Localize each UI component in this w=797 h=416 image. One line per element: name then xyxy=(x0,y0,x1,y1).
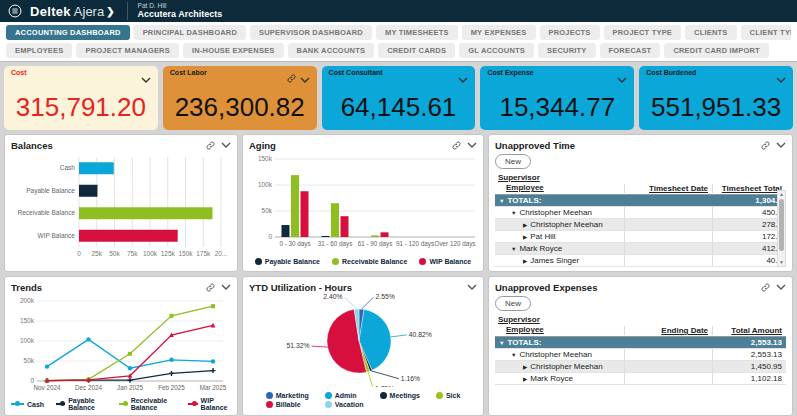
nav-tab-principal-dashboard[interactable]: PRINCIPAL DASHBOARD xyxy=(134,25,246,40)
balances-chart: 025k50k75k100k125k150k175k20...CashPayab… xyxy=(11,151,231,267)
expand-row-icon[interactable]: ▶ xyxy=(523,376,527,382)
expand-row-icon[interactable]: ▶ xyxy=(523,222,527,228)
nav-tab-credit-cards[interactable]: CREDIT CARDS xyxy=(378,43,455,58)
collapse-chevron-icon[interactable] xyxy=(300,69,310,87)
nav-tab-credit-card-import[interactable]: CREDIT CARD IMPORT xyxy=(664,43,769,58)
totals-row[interactable]: ▼TOTALS:2,553.13 xyxy=(495,337,786,349)
collapse-chevron-icon[interactable] xyxy=(221,284,231,290)
column-header-employee[interactable]: Employee xyxy=(498,325,544,334)
link-icon[interactable] xyxy=(206,141,215,150)
nav-tab-gl-accounts[interactable]: GL ACCOUNTS xyxy=(459,43,534,58)
collapse-row-icon[interactable]: ▼ xyxy=(511,246,516,252)
column-header-ending-date[interactable]: Ending Date xyxy=(661,326,708,335)
column-header-supervisor[interactable]: Supervisor xyxy=(498,315,540,324)
collapse-chevron-icon[interactable] xyxy=(467,142,477,148)
column-header-timesheet-date[interactable]: Timesheet Date xyxy=(649,184,708,193)
nav-tab-clients[interactable]: CLIENTS xyxy=(685,25,736,40)
nav-tab-bank-accounts[interactable]: BANK ACCOUNTS xyxy=(288,43,375,58)
collapse-chevron-icon[interactable] xyxy=(467,284,477,290)
user-context[interactable]: Pat D. Hill Accutera Architects xyxy=(127,2,223,19)
collapse-chevron-icon[interactable] xyxy=(776,284,786,290)
kpi-card-cost-expense[interactable]: Cost Expense15,344.77 xyxy=(480,66,634,130)
legend-item-wip-balance[interactable]: WIP Balance xyxy=(188,397,231,411)
link-icon[interactable] xyxy=(206,283,215,292)
legend-item-meetings[interactable]: Meetings xyxy=(380,392,420,399)
kpi-card-cost-labor[interactable]: Cost Labor236,300.82 xyxy=(163,66,317,130)
collapse-row-icon[interactable]: ▼ xyxy=(511,210,516,216)
svg-text:150k: 150k xyxy=(258,155,273,162)
nav-tab-security[interactable]: SECURITY xyxy=(538,43,596,58)
legend-item-billable[interactable]: Billable xyxy=(266,401,309,408)
link-icon[interactable] xyxy=(287,69,296,87)
collapse-chevron-icon[interactable] xyxy=(776,142,786,148)
svg-text:75k: 75k xyxy=(127,250,138,257)
column-header-total-amount[interactable]: Total Amount xyxy=(731,326,782,335)
row-date xyxy=(624,349,712,360)
link-icon[interactable] xyxy=(761,141,770,150)
column-header-employee[interactable]: Employee xyxy=(498,183,544,192)
nav-tab-supervisor-dashboard[interactable]: SUPERVISOR DASHBOARD xyxy=(250,25,372,40)
kpi-card-cost[interactable]: Cost315,791.20 xyxy=(4,66,158,130)
table-row[interactable]: ▼Mark Royce412.0 xyxy=(495,243,786,255)
svg-text:91 - 120 days: 91 - 120 days xyxy=(396,240,434,248)
nav-tab-my-expenses[interactable]: MY EXPENSES xyxy=(462,25,536,40)
table-row[interactable]: ▼Christopher Meehan2,553.13 xyxy=(495,349,786,361)
new-timesheet-button[interactable]: New xyxy=(495,154,531,169)
table-row[interactable]: ▶Mark Royce1,102.18 xyxy=(495,373,786,385)
column-header-timesheet-total[interactable]: Timesheet Total xyxy=(722,184,782,193)
nav-tab-projects[interactable]: PROJECTS xyxy=(540,25,600,40)
collapse-row-icon[interactable]: ▼ xyxy=(499,340,504,346)
table-row[interactable]: ▶Pat Hill172.0 xyxy=(495,231,786,243)
svg-text:150k: 150k xyxy=(20,317,35,324)
expand-row-icon[interactable]: ▶ xyxy=(523,364,527,370)
expand-row-icon[interactable]: ▶ xyxy=(523,234,527,240)
collapse-chevron-icon[interactable] xyxy=(221,142,231,148)
brand-chevron-icon[interactable]: ❯ xyxy=(106,6,114,17)
collapse-chevron-icon[interactable] xyxy=(776,69,786,87)
nav-tab-project-type[interactable]: PROJECT TYPE xyxy=(604,25,682,40)
nav-tab-forecast[interactable]: FORECAST xyxy=(600,43,661,58)
collapse-chevron-icon[interactable] xyxy=(141,69,151,87)
nav-tab-client-type[interactable]: CLIENT TYPE xyxy=(741,25,791,40)
legend-item-cash[interactable]: Cash xyxy=(11,401,44,408)
legend-item-sick[interactable]: Sick xyxy=(436,392,460,399)
expand-row-icon[interactable]: ▶ xyxy=(523,258,527,264)
kpi-title: Cost Labor xyxy=(170,69,207,76)
scroll-down-icon[interactable]: ▼ xyxy=(779,260,784,265)
nav-tab-my-timesheets[interactable]: MY TIMESHEETS xyxy=(376,25,458,40)
table-row[interactable]: ▼Christopher Meehan450.0 xyxy=(495,207,786,219)
legend-item-payable-balance[interactable]: Payable Balance xyxy=(56,397,106,411)
legend-item-admin[interactable]: Admin xyxy=(325,392,364,399)
link-icon[interactable] xyxy=(761,283,770,292)
legend-item-payable-balance[interactable]: Payable Balance xyxy=(255,258,320,265)
new-expense-button[interactable]: New xyxy=(495,296,531,311)
svg-text:Dec 2024: Dec 2024 xyxy=(75,384,102,391)
row-total: 1,450.95 xyxy=(712,361,786,372)
nav-tab-employees[interactable]: EMPLOYEES xyxy=(6,43,72,58)
table-row[interactable]: ▶Christopher Meehan278.0 xyxy=(495,219,786,231)
nav-tab-accounting-dashboard[interactable]: ACCOUNTING DASHBOARD xyxy=(6,25,130,40)
menu-icon[interactable] xyxy=(8,4,22,18)
collapse-chevron-icon[interactable] xyxy=(458,69,468,87)
legend-item-receivable-balance[interactable]: Receivable Balance xyxy=(119,397,177,411)
svg-text:50k: 50k xyxy=(24,357,35,364)
totals-row[interactable]: ▼TOTALS:1,304.0 xyxy=(495,195,786,207)
nav-tab-project-managers[interactable]: PROJECT MANAGERS xyxy=(76,43,178,58)
nav-tab-in-house-expenses[interactable]: IN-HOUSE EXPENSES xyxy=(183,43,284,58)
legend-item-wip-balance[interactable]: WIP Balance xyxy=(419,258,471,265)
collapse-row-icon[interactable]: ▼ xyxy=(511,352,516,358)
table-row[interactable]: ▶Christopher Meehan1,450.95 xyxy=(495,361,786,373)
legend-item-receivable-balance[interactable]: Receivable Balance xyxy=(332,258,407,265)
scrollbar-thumb[interactable] xyxy=(779,199,784,251)
legend-item-vacation[interactable]: Vacation xyxy=(325,401,364,408)
kpi-card-cost-burdened[interactable]: Cost Burdened551,951.33 xyxy=(639,66,793,130)
table-row[interactable]: ▶James Singer40.0 xyxy=(495,255,786,267)
legend-item-marketing[interactable]: Marketing xyxy=(266,392,309,399)
collapse-row-icon[interactable]: ▼ xyxy=(499,198,504,204)
table-scrollbar[interactable]: ▲▼ xyxy=(777,190,786,267)
kpi-card-cost-consultant[interactable]: Cost Consultant64,145.61 xyxy=(322,66,476,130)
collapse-chevron-icon[interactable] xyxy=(617,69,627,87)
column-header-supervisor[interactable]: Supervisor xyxy=(498,173,540,182)
link-icon[interactable] xyxy=(452,141,461,150)
scroll-up-icon[interactable]: ▲ xyxy=(779,192,784,197)
